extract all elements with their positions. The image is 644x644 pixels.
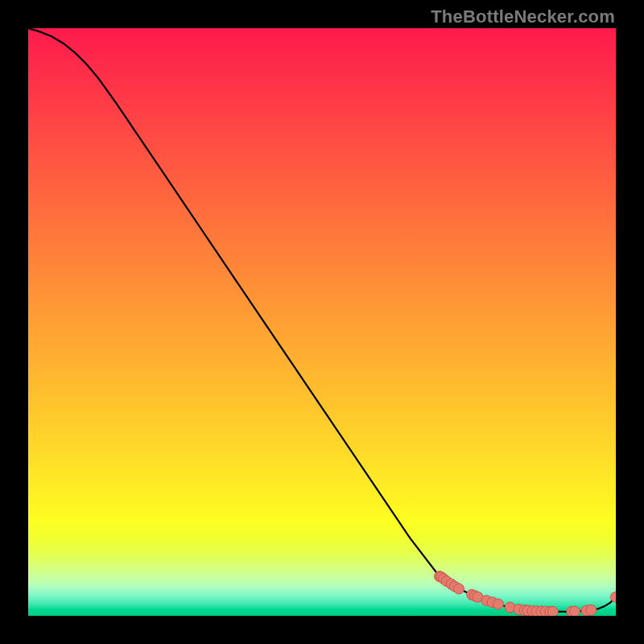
data-point — [454, 584, 464, 594]
data-points — [435, 572, 617, 616]
data-point — [586, 605, 597, 615]
chart-svg — [28, 28, 616, 616]
watermark-text: TheBottleNecker.com — [431, 6, 615, 27]
data-point — [569, 606, 580, 616]
curve-line — [28, 28, 616, 612]
plot-area — [28, 28, 616, 616]
data-point — [493, 599, 504, 609]
chart-frame: TheBottleNecker.com — [0, 0, 644, 644]
data-point — [547, 606, 558, 616]
